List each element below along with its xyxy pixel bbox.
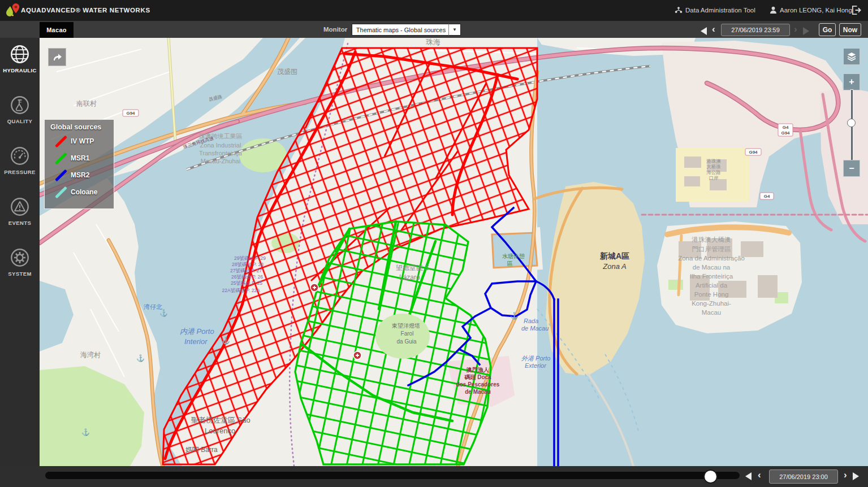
svg-text:G4: G4 [764,194,770,199]
datetime-field[interactable]: 27/06/2019 23:59 [721,24,790,36]
gauge-icon [8,145,31,167]
tab-macao[interactable]: Macao [40,22,74,38]
timeline-track[interactable] [45,472,740,479]
sidebar-item-system[interactable]: SYSTEM [0,241,40,292]
timeline-bar: ‹ 27/06/2019 23:00 › [0,466,868,487]
svg-text:大桥珠: 大桥珠 [706,164,721,169]
datetime-step-last-button[interactable] [803,27,809,35]
sidebar-label: SYSTEM [8,271,31,277]
svg-text:Lourenço: Lourenço [205,427,235,435]
layers-button[interactable] [843,48,860,65]
app-window: AQUADVANCED® WATER NETWORKS Data Adminis… [0,0,868,487]
svg-text:⚓: ⚓ [510,311,519,320]
svg-text:聖老楞佐堂區 São: 聖老楞佐堂區 São [191,416,251,424]
svg-text:27號碼頭 P. 27: 27號碼頭 P. 27 [230,268,262,273]
svg-text:G94: G94 [126,111,135,116]
map-legend: Global sources IV WTP MSR1 MSR2 Coloane [44,119,114,209]
svg-text:海公路: 海公路 [706,169,721,175]
datetime-step-forward-button[interactable]: › [794,24,797,34]
user-icon [770,6,777,14]
timeline-step-forward-button[interactable]: › [844,470,847,480]
svg-text:門口岸管理區: 門口岸管理區 [692,246,732,253]
datetime-step-back-button[interactable]: ‹ [712,24,715,34]
now-button[interactable]: Now [839,23,861,36]
timeline-knob[interactable] [703,469,718,484]
legend-item-msr1: MSR1 [45,150,114,167]
zoom-in-button[interactable]: + [843,73,860,90]
svg-text:Macau-Zhuhai: Macau-Zhuhai [201,158,240,164]
timeline-step-first-button[interactable] [745,472,752,480]
toolbar: Macao Monitor Thematic maps - Global sou… [0,21,868,38]
thematic-map-select-arrow[interactable]: ▼ [448,24,461,36]
map-svg: ⚓ ⚓ ⚓ ⚓ ⚓ 珠海 南联村 茂盛围 珠澳跨境工業區 Zona Indust… [40,38,868,466]
legend-item-ivwtp: IV WTP [45,133,114,150]
svg-text:Zona de Administração: Zona de Administração [678,255,745,262]
data-admin-icon [675,6,683,14]
svg-text:⚓: ⚓ [222,336,230,345]
svg-text:澳門漁人: 澳門漁人 [466,367,489,373]
svg-text:Ponte Hong: Ponte Hong [694,291,729,298]
sidebar-item-pressure[interactable]: PRESSURE [0,140,40,190]
sidebar-item-quality[interactable]: QUALITY [0,89,40,140]
map-back-button[interactable] [48,48,66,66]
svg-text:東望洋燈塔: 東望洋燈塔 [391,323,420,329]
globe-icon [8,43,31,66]
svg-text:港珠澳大橋澳: 港珠澳大橋澳 [692,236,731,243]
svg-text:⚓: ⚓ [136,354,145,362]
zoom-slider-knob[interactable] [847,119,856,127]
svg-text:茂盛围: 茂盛围 [277,68,297,76]
svg-text:29號碼頭 P. 29: 29號碼頭 P. 29 [234,255,266,261]
logout-button[interactable] [851,5,862,15]
svg-text:Transfronteiriça: Transfronteiriça [199,150,243,156]
user-name: Aaron LEONG, Kai Hong [780,7,852,14]
layers-icon [847,51,857,62]
svg-text:G4: G4 [783,125,789,130]
sidebar-item-events[interactable]: EVENTS [0,190,40,241]
svg-text:Zona A: Zona A [602,262,626,271]
legend-swatch-ivwtp [55,136,67,148]
datetime-step-first-button[interactable] [701,27,707,35]
zoom-out-button[interactable]: − [843,160,860,177]
app-logo-icon [5,2,22,19]
svg-text:Rada: Rada [524,318,538,324]
sidebar-item-hydraulic[interactable]: HYDRAULIC [0,38,40,89]
svg-text:Interior: Interior [184,337,208,346]
svg-text:區: 區 [507,260,513,267]
back-arrow-icon [51,51,63,63]
map-canvas[interactable]: ⚓ ⚓ ⚓ ⚓ ⚓ 珠海 南联村 茂盛围 珠澳跨境工業區 Zona Indust… [40,38,868,466]
legend-item-coloane: Coloane [45,184,114,201]
thematic-map-select[interactable]: Thematic maps - Global sources [352,24,450,36]
user-menu[interactable]: Aaron LEONG, Kai Hong [770,6,852,14]
svg-text:26號碼頭 P. 26: 26號碼頭 P. 26 [231,274,263,280]
app-title: AQUADVANCED® WATER NETWORKS [21,7,150,14]
timeline-step-last-button[interactable] [853,472,859,480]
sidebar-label: HYDRAULIC [3,67,37,73]
timeline-step-back-button[interactable]: ‹ [758,470,761,480]
svg-text:珠海: 珠海 [426,38,441,46]
top-bar: AQUADVANCED® WATER NETWORKS Data Adminis… [0,0,868,21]
svg-text:G94: G94 [749,150,758,155]
svg-text:海湾村: 海湾村 [80,351,101,359]
timeline-datetime-field[interactable]: 27/06/2019 23:00 [769,469,838,484]
svg-text:港珠澳: 港珠澳 [706,158,721,164]
flask-icon [8,94,31,116]
svg-text:媽閣 Barra: 媽閣 Barra [185,446,218,454]
svg-text:Lázaro: Lázaro [399,273,420,281]
svg-text:dos Pescadores: dos Pescadores [456,381,500,388]
svg-text:G94: G94 [781,131,790,136]
data-administration-tool-link[interactable]: Data Administration Tool [675,6,755,14]
monitor-label: Monitor [323,26,347,33]
svg-text:水塘休憩: 水塘休憩 [502,253,525,259]
go-button[interactable]: Go [819,23,836,36]
svg-text:内港 Porto: 内港 Porto [180,327,214,336]
svg-text:口岸: 口岸 [709,175,719,181]
svg-text:Kong-Zhuhai-: Kong-Zhuhai- [692,300,731,307]
svg-text:25號碼頭 P. 25: 25號碼頭 P. 25 [231,280,262,286]
sidebar: HYDRAULIC QUALITY PRESSURE [0,38,40,487]
svg-text:Ilha Fronteiriça: Ilha Fronteiriça [690,273,733,280]
svg-text:Artificial da: Artificial da [696,282,728,289]
warning-icon [8,195,31,218]
svg-text:⚓: ⚓ [81,428,90,436]
svg-text:新城A區: 新城A區 [599,251,629,260]
svg-text:外港 Porto: 外港 Porto [521,355,550,362]
